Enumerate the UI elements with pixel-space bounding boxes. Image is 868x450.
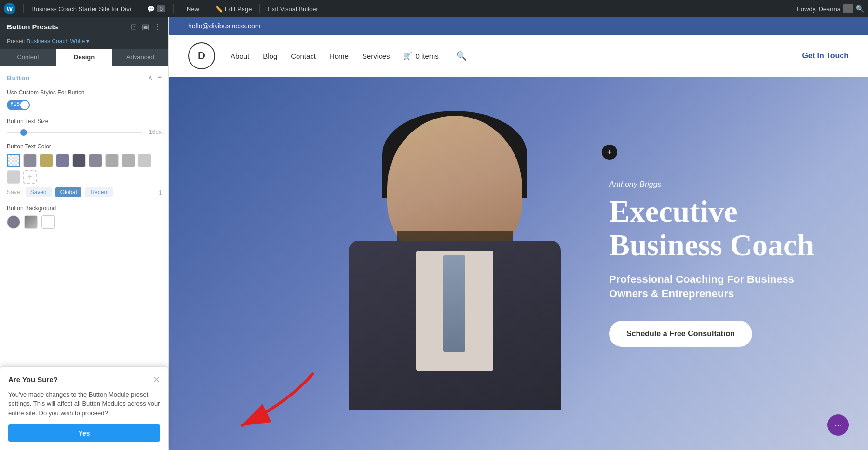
user-menu[interactable]: Howdy, Deanna 🔍 xyxy=(796,4,864,13)
search-icon[interactable]: 🔍 xyxy=(456,51,467,61)
sidebar-header: Button Presets ⊡ ▣ ⋮ xyxy=(0,17,168,36)
sidebar-title: Button Presets xyxy=(7,23,58,31)
color-swatch-2[interactable] xyxy=(40,154,53,167)
bg-swatch-white[interactable] xyxy=(41,215,55,229)
text-size-value: 16px xyxy=(147,129,162,135)
dialog-header: Are You Sure? ✕ xyxy=(8,374,160,385)
save-row: Save: Saved Global Recent ℹ xyxy=(7,187,162,197)
tab-advanced[interactable]: Advanced xyxy=(112,49,168,66)
nav-contact[interactable]: Contact xyxy=(291,52,316,60)
hero-cta-button[interactable]: Schedule a Free Consultation xyxy=(609,321,752,347)
hero-title: Executive Business Coach xyxy=(609,195,829,263)
color-swatch-1[interactable] xyxy=(23,154,37,167)
color-swatch-9[interactable] xyxy=(7,170,20,184)
hero-more-options[interactable]: ··· xyxy=(827,414,849,436)
layout-icon[interactable]: ▣ xyxy=(142,22,149,31)
tab-design[interactable]: Design xyxy=(56,49,112,66)
bg-swatches xyxy=(7,215,162,229)
custom-styles-label: Use Custom Styles For Button xyxy=(7,89,162,96)
bg-label: Button Background xyxy=(7,205,162,212)
admin-site-name[interactable]: Business Coach Starter Site for Divi xyxy=(31,5,131,13)
text-color-label: Button Text Color xyxy=(7,143,162,150)
settings-icon[interactable]: ⊡ xyxy=(131,22,137,31)
tab-content[interactable]: Content xyxy=(0,49,56,66)
comments-link[interactable]: 💬 0 xyxy=(147,5,165,13)
cart-link[interactable]: 🛒 0 items xyxy=(403,52,438,60)
edit-page-link[interactable]: ✏️ Edit Page xyxy=(215,5,252,13)
settings-tabs: Content Design Advanced xyxy=(0,49,168,66)
search-icon[interactable]: 🔍 xyxy=(856,5,864,13)
hero-section: + Anthony Briggs Executive Business Coac… xyxy=(169,77,868,450)
person-tie xyxy=(443,255,465,352)
chevron-up-icon: ∧ xyxy=(148,73,153,82)
color-swatch-6[interactable] xyxy=(105,154,119,167)
user-avatar xyxy=(843,4,853,13)
more-icon[interactable]: ⋮ xyxy=(154,22,162,31)
toggle-value-label: YES xyxy=(10,101,20,106)
email-bar: hello@divibusiness.com xyxy=(169,17,868,35)
site-navigation: D About Blog Contact Home Services 🛒 0 i… xyxy=(169,35,868,77)
color-swatch-4[interactable] xyxy=(72,154,86,167)
color-swatch-transparent[interactable] xyxy=(7,154,20,167)
dialog-confirm-button[interactable]: Yes xyxy=(8,424,160,442)
section-title: Button xyxy=(7,74,30,82)
nav-home[interactable]: Home xyxy=(329,52,349,60)
text-size-slider[interactable] xyxy=(7,132,142,133)
text-size-slider-row: 16px xyxy=(7,129,162,135)
info-icon[interactable]: ℹ xyxy=(159,189,162,196)
site-logo: D xyxy=(188,42,215,69)
wp-logo-icon[interactable]: W xyxy=(4,3,15,14)
nav-services[interactable]: Services xyxy=(362,52,390,60)
color-swatch-8[interactable] xyxy=(138,154,151,167)
main-content: hello@divibusiness.com D About Blog Cont… xyxy=(169,17,868,450)
text-color-swatches: + xyxy=(7,154,162,184)
custom-styles-toggle[interactable]: YES xyxy=(7,100,30,110)
dialog-close-button[interactable]: ✕ xyxy=(153,374,160,385)
hero-image xyxy=(207,106,609,421)
text-size-label: Button Text Size xyxy=(7,118,162,125)
saved-button[interactable]: Saved xyxy=(26,187,52,197)
preset-label: Preset: Business Coach White ▾ xyxy=(0,36,168,49)
bg-swatch-gradient[interactable] xyxy=(24,215,38,229)
new-button[interactable]: + New xyxy=(181,5,199,13)
hero-name: Anthony Briggs xyxy=(609,180,829,189)
email-link[interactable]: hello@divibusiness.com xyxy=(188,22,260,30)
add-color-swatch[interactable]: + xyxy=(23,170,37,184)
sidebar-panel: Button Presets ⊡ ▣ ⋮ Preset: Business Co… xyxy=(0,17,169,450)
hero-subtitle: Professional Coaching For Business Owner… xyxy=(609,272,829,302)
preset-name[interactable]: Business Coach White ▾ xyxy=(27,38,89,45)
confirm-dialog: Are You Sure? ✕ You've made changes to t… xyxy=(0,366,168,450)
hero-content: Anthony Briggs Executive Business Coach … xyxy=(609,180,829,347)
nav-blog[interactable]: Blog xyxy=(263,52,277,60)
nav-links: About Blog Contact Home Services 🛒 0 ite… xyxy=(231,51,467,61)
hero-add-button[interactable]: + xyxy=(602,145,617,160)
save-label: Save: xyxy=(7,189,22,196)
exit-builder-link[interactable]: Exit Visual Builder xyxy=(268,5,318,13)
recent-button[interactable]: Recent xyxy=(85,187,113,197)
admin-bar: W Business Coach Starter Site for Divi 💬… xyxy=(0,0,868,17)
color-swatch-3[interactable] xyxy=(56,154,69,167)
dialog-body: You've made changes to the Button Module… xyxy=(8,390,160,418)
sidebar-header-icons: ⊡ ▣ ⋮ xyxy=(131,22,162,31)
bg-swatch-circle[interactable] xyxy=(7,215,20,229)
section-toggle[interactable]: ∧ ≡ xyxy=(148,73,162,82)
nav-about[interactable]: About xyxy=(231,52,249,60)
color-swatch-5[interactable] xyxy=(89,154,102,167)
more-options-icon: ≡ xyxy=(157,73,162,82)
global-button[interactable]: Global xyxy=(55,187,82,197)
slider-thumb[interactable] xyxy=(20,129,27,136)
cta-button[interactable]: Get In Touch xyxy=(802,52,849,60)
color-swatch-7[interactable] xyxy=(122,154,135,167)
dialog-title: Are You Sure? xyxy=(8,375,58,384)
